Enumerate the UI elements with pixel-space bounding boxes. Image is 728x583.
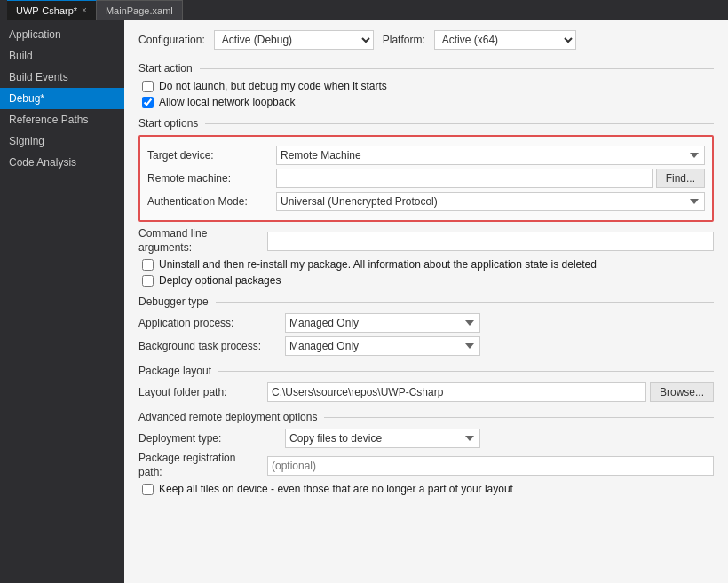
main-container: Application Build Build Events Debug* Re…: [0, 20, 728, 583]
allow-loopback-row: Allow local network loopback: [138, 96, 714, 108]
cmdline-row: Command linearguments:: [138, 227, 714, 255]
app-process-select[interactable]: Managed Only Native Only Mixed Script GP…: [285, 313, 480, 333]
deploy-optional-row: Deploy optional packages: [138, 274, 714, 287]
sidebar-item-build[interactable]: Build: [0, 45, 124, 67]
remote-machine-input[interactable]: [276, 169, 653, 188]
do-not-launch-row: Do not launch, but debug my code when it…: [138, 80, 714, 92]
sidebar: Application Build Build Events Debug* Re…: [0, 20, 124, 583]
advanced-remote-header: Advanced remote deployment options: [138, 411, 714, 423]
auth-mode-select[interactable]: Universal (Unencrypted Protocol) Windows…: [276, 192, 705, 211]
configuration-label: Configuration:: [138, 34, 205, 46]
deploy-optional-checkbox[interactable]: [142, 275, 154, 287]
uninstall-row: Uninstall and then re-install my package…: [138, 258, 714, 271]
deploy-optional-label: Deploy optional packages: [159, 274, 281, 287]
keep-files-row: Keep all files on device - even those th…: [138, 483, 714, 495]
tab-strip: UWP-Csharp* × MainPage.xaml: [7, 0, 183, 20]
remote-machine-row: Remote machine: Find...: [147, 169, 705, 188]
config-platform-row: Configuration: Active (Debug) Platform: …: [138, 30, 714, 50]
layout-folder-row: Layout folder path: Browse...: [138, 382, 714, 402]
keep-files-checkbox[interactable]: [142, 484, 154, 495]
auth-mode-label: Authentication Mode:: [147, 195, 276, 208]
do-not-launch-checkbox[interactable]: [142, 81, 154, 92]
bg-task-row: Background task process: Managed Only Na…: [138, 336, 714, 356]
configuration-select[interactable]: Active (Debug): [214, 30, 374, 50]
app-process-row: Application process: Managed Only Native…: [138, 313, 714, 333]
keep-files-label: Keep all files on device - even those th…: [159, 483, 513, 495]
sidebar-item-reference-paths[interactable]: Reference Paths: [0, 109, 124, 130]
tab-uwp-csharp[interactable]: UWP-Csharp* ×: [7, 0, 97, 20]
title-bar: UWP-Csharp* × MainPage.xaml: [0, 0, 728, 20]
sidebar-item-application[interactable]: Application: [0, 24, 124, 45]
remote-machine-label: Remote machine:: [147, 172, 276, 185]
tab-mainpage-label: MainPage.xaml: [106, 5, 173, 16]
tab-close-icon[interactable]: ×: [82, 5, 87, 15]
target-device-select[interactable]: Remote Machine Local Machine Device Simu…: [276, 146, 705, 165]
bg-task-select[interactable]: Managed Only Native Only Mixed Script GP…: [285, 336, 480, 356]
start-options-header: Start options: [138, 117, 714, 130]
sidebar-item-debug[interactable]: Debug*: [0, 88, 124, 109]
deployment-type-row: Deployment type: Copy files to device Re…: [138, 429, 714, 448]
pkg-reg-row: Package registrationpath:: [138, 452, 714, 479]
sidebar-item-signing[interactable]: Signing: [0, 130, 124, 152]
deployment-type-label: Deployment type:: [138, 432, 285, 445]
layout-folder-label: Layout folder path:: [138, 386, 267, 398]
app-process-label: Application process:: [138, 317, 285, 329]
uninstall-checkbox[interactable]: [142, 259, 154, 271]
do-not-launch-label: Do not launch, but debug my code when it…: [159, 80, 387, 92]
uninstall-label: Uninstall and then re-install my package…: [159, 258, 597, 271]
deployment-type-select[interactable]: Copy files to device Register layout fro…: [285, 429, 480, 448]
auth-mode-row: Authentication Mode: Universal (Unencryp…: [147, 192, 705, 211]
pkg-reg-label: Package registrationpath:: [138, 452, 267, 479]
platform-label: Platform:: [383, 34, 425, 46]
browse-button[interactable]: Browse...: [650, 382, 714, 402]
start-action-header: Start action: [138, 62, 714, 75]
cmdline-input[interactable]: [267, 232, 714, 251]
target-device-row: Target device: Remote Machine Local Mach…: [147, 146, 705, 165]
allow-loopback-label: Allow local network loopback: [159, 96, 295, 108]
tab-mainpage[interactable]: MainPage.xaml: [97, 0, 183, 20]
layout-folder-input[interactable]: [267, 382, 646, 402]
allow-loopback-checkbox[interactable]: [142, 97, 154, 108]
platform-select[interactable]: Active (x64): [434, 30, 576, 50]
sidebar-item-build-events[interactable]: Build Events: [0, 67, 124, 88]
package-layout-header: Package layout: [138, 365, 714, 377]
target-device-label: Target device:: [147, 149, 276, 162]
tab-uwp-label: UWP-Csharp*: [16, 5, 77, 16]
bg-task-label: Background task process:: [138, 340, 285, 352]
start-options-box: Target device: Remote Machine Local Mach…: [138, 135, 714, 222]
find-button[interactable]: Find...: [656, 169, 705, 188]
content-area: Configuration: Active (Debug) Platform: …: [124, 20, 728, 583]
sidebar-item-code-analysis[interactable]: Code Analysis: [0, 152, 124, 173]
pkg-reg-input[interactable]: [267, 456, 714, 476]
debugger-type-header: Debugger type: [138, 295, 714, 308]
cmdline-label: Command linearguments:: [138, 227, 267, 255]
